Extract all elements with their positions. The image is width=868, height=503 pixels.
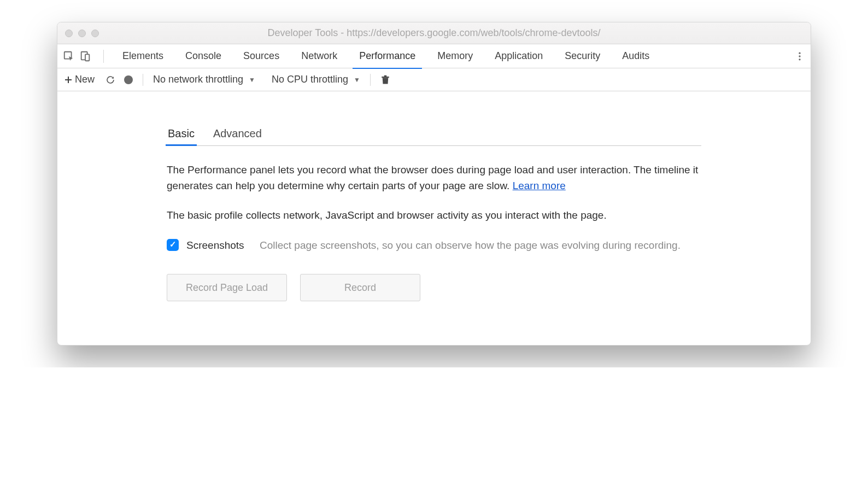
svg-rect-2 [85,54,89,61]
titlebar: Developer Tools - https://developers.goo… [57,22,811,44]
chevron-down-icon: ▼ [354,76,360,84]
record-page-load-button[interactable]: Record Page Load [167,274,287,301]
subtab-basic[interactable]: Basic [167,124,196,145]
more-options-icon[interactable] [794,51,805,62]
network-throttle-label: No network throttling [153,74,243,85]
inspect-element-icon[interactable] [63,50,75,62]
svg-rect-7 [384,75,387,76]
tab-elements[interactable]: Elements [112,44,174,68]
tab-application[interactable]: Application [484,44,554,68]
plus-icon [64,75,73,84]
devtools-window: Developer Tools - https://developers.goo… [57,22,811,346]
svg-rect-6 [382,77,389,78]
separator [370,74,371,86]
learn-more-link[interactable]: Learn more [513,180,566,191]
tab-memory[interactable]: Memory [426,44,484,68]
tab-performance[interactable]: Performance [348,44,426,68]
record-button[interactable]: Record [300,274,420,301]
screenshots-description: Collect page screenshots, so you can obs… [260,238,681,254]
tab-security[interactable]: Security [554,44,611,68]
screenshots-option-row: ✓ Screenshots Collect page screenshots, … [167,238,701,254]
tab-audits[interactable]: Audits [611,44,660,68]
svg-point-5 [799,59,800,60]
check-icon: ✓ [169,238,177,251]
close-window-icon[interactable] [65,30,73,37]
cpu-throttle-dropdown[interactable]: No CPU throttling ▼ [272,74,360,85]
separator [143,74,143,86]
tab-sources[interactable]: Sources [232,44,290,68]
minimize-window-icon[interactable] [78,30,86,37]
action-button-row: Record Page Load Record [167,274,701,301]
trash-icon[interactable] [380,74,390,85]
svg-point-4 [799,55,800,57]
tab-console[interactable]: Console [174,44,232,68]
separator [103,50,104,63]
subtab-advanced[interactable]: Advanced [212,124,263,145]
screenshots-checkbox[interactable]: ✓ [167,239,179,251]
reload-icon[interactable] [105,75,115,85]
description-text: The Performance panel lets you record wh… [167,164,698,191]
description-paragraph-1: The Performance panel lets you record wh… [167,162,701,194]
svg-point-3 [799,52,800,54]
window-title: Developer Tools - https://developers.goo… [65,27,803,39]
performance-toolbar: New No network throttling ▼ No CPU throt… [57,68,811,91]
network-throttle-dropdown[interactable]: No network throttling ▼ [153,74,255,85]
tab-network[interactable]: Network [290,44,348,68]
performance-panel-content: BasicAdvanced The Performance panel lets… [57,91,811,345]
maximize-window-icon[interactable] [91,30,99,37]
new-label: New [75,74,95,85]
screenshots-label: Screenshots [186,238,252,254]
description-paragraph-2: The basic profile collects network, Java… [167,208,701,224]
profile-subtabs: BasicAdvanced [167,124,701,146]
cpu-throttle-label: No CPU throttling [272,74,348,85]
chevron-down-icon: ▼ [249,76,255,84]
main-tabs-row: ElementsConsoleSourcesNetworkPerformance… [57,44,811,68]
device-toolbar-icon[interactable] [79,50,91,62]
record-indicator-icon[interactable] [124,75,133,84]
new-recording-button[interactable]: New [64,74,95,85]
traffic-lights [65,30,99,37]
